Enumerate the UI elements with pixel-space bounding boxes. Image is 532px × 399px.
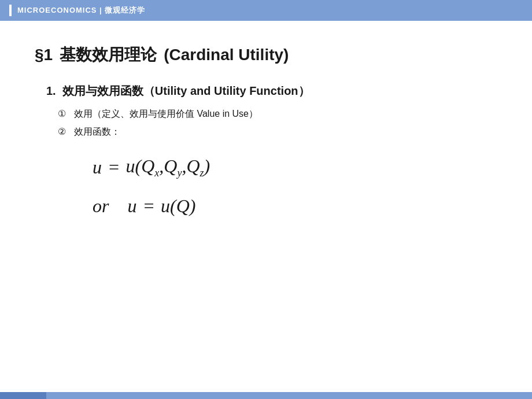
formula-2: or u = u(Q) bbox=[93, 195, 497, 217]
formula2-func: u(Q) bbox=[161, 195, 195, 217]
bullet-text-2: 效用函数： bbox=[74, 126, 120, 138]
formula2-or: or bbox=[93, 195, 109, 217]
footer-accent bbox=[0, 392, 46, 399]
bullet-num-1: ① bbox=[58, 108, 69, 119]
bullet-text-1: 效用（定义、效用与使用价值 Value in Use） bbox=[74, 108, 258, 120]
subsection-title-en: （Utility and Utility Function） bbox=[143, 84, 310, 97]
section-title: §1 基数效用理论(Cardinal Utility) bbox=[35, 44, 497, 66]
bullet-num-2: ② bbox=[58, 126, 69, 137]
section-title-en: (Cardinal Utility) bbox=[164, 46, 289, 64]
bullet-item-2: ② 效用函数： bbox=[58, 126, 497, 138]
formula1-lhs: u bbox=[93, 157, 102, 178]
formula2-eq: = bbox=[142, 195, 155, 217]
formula1-eq: = bbox=[108, 157, 120, 178]
header-title: MICROECONOMICS | 微观经济学 bbox=[17, 5, 145, 16]
header-bar: MICROECONOMICS | 微观经济学 bbox=[0, 0, 532, 21]
content-area: §1 基数效用理论(Cardinal Utility) 1. 效用与效用函数（U… bbox=[0, 21, 532, 392]
formula2-lhs: u bbox=[127, 195, 136, 217]
section-symbol: §1 bbox=[35, 46, 53, 64]
bullet-item-1: ① 效用（定义、效用与使用价值 Value in Use） bbox=[58, 108, 497, 120]
section-title-cn: 基数效用理论 bbox=[60, 44, 157, 66]
header-accent bbox=[9, 5, 12, 16]
formula-1: u = u(Qx,Qy,Qz) bbox=[93, 156, 497, 179]
subsection-utility: 1. 效用与效用函数（Utility and Utility Function）… bbox=[46, 83, 497, 217]
subsection-number: 1. bbox=[46, 84, 56, 97]
slide-container: MICROECONOMICS | 微观经济学 §1 基数效用理论(Cardina… bbox=[0, 0, 532, 399]
formula1-func: u(Qx,Qy,Qz) bbox=[126, 156, 210, 179]
footer-bar bbox=[0, 392, 532, 399]
formula-block: u = u(Qx,Qy,Qz) or u = u(Q) bbox=[93, 156, 497, 217]
subsection-title-cn: 效用与效用函数 bbox=[62, 84, 143, 97]
subsection-title: 1. 效用与效用函数（Utility and Utility Function） bbox=[46, 83, 497, 99]
